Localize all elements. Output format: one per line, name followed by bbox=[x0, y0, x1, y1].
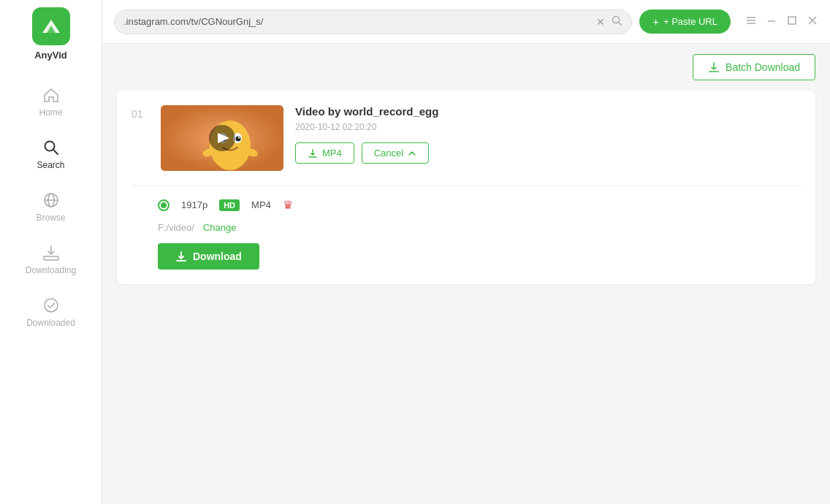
paste-url-label: + Paste URL bbox=[663, 16, 717, 27]
cancel-button[interactable]: Cancel bbox=[362, 142, 429, 164]
main-content: .instagram.com/tv/CGNourGnj_s/ ✕ + + Pas… bbox=[102, 0, 830, 504]
video-info: Video by world_record_egg 2020-10-12 02:… bbox=[295, 105, 801, 164]
quality-format: MP4 bbox=[251, 199, 271, 210]
video-card: 01 bbox=[117, 91, 815, 284]
paste-url-button[interactable]: + + Paste URL bbox=[639, 9, 731, 34]
maximize-button[interactable] bbox=[786, 15, 798, 29]
chevron-up-icon bbox=[408, 149, 416, 158]
minimize-button[interactable] bbox=[766, 15, 777, 29]
search-label: Search bbox=[37, 160, 64, 170]
cancel-label: Cancel bbox=[374, 148, 403, 159]
svg-rect-13 bbox=[788, 17, 796, 24]
svg-line-8 bbox=[619, 22, 622, 25]
video-title: Video by world_record_egg bbox=[295, 105, 801, 118]
content-area: 01 bbox=[102, 91, 830, 504]
home-icon bbox=[42, 85, 61, 104]
browse-label: Browse bbox=[36, 213, 65, 223]
hd-badge: HD bbox=[219, 199, 240, 211]
download-label: Download bbox=[193, 251, 242, 262]
quality-radio[interactable] bbox=[158, 199, 170, 211]
url-search-icon bbox=[611, 15, 622, 29]
svg-point-6 bbox=[45, 299, 58, 312]
app-logo bbox=[32, 7, 70, 45]
home-label: Home bbox=[39, 107, 62, 118]
video-number: 01 bbox=[132, 105, 149, 120]
paste-plus-icon: + bbox=[652, 15, 659, 28]
mp4-download-icon bbox=[308, 148, 318, 159]
mp4-label: MP4 bbox=[322, 148, 342, 159]
sidebar-item-home[interactable]: Home bbox=[0, 75, 102, 128]
sidebar-item-downloading[interactable]: Downloading bbox=[0, 233, 102, 286]
quality-row: 1917p HD MP4 ♛ bbox=[132, 198, 801, 212]
url-bar: .instagram.com/tv/CGNourGnj_s/ ✕ bbox=[114, 9, 632, 34]
downloaded-icon bbox=[42, 296, 61, 315]
window-controls bbox=[745, 15, 818, 29]
radio-inner bbox=[161, 202, 167, 208]
download-icon bbox=[175, 251, 187, 262]
video-date: 2020-10-12 02:20:20 bbox=[295, 122, 801, 132]
video-thumbnail[interactable] bbox=[161, 105, 283, 171]
svg-point-22 bbox=[236, 137, 241, 142]
titlebar: .instagram.com/tv/CGNourGnj_s/ ✕ + + Pas… bbox=[102, 0, 830, 44]
download-row: Download bbox=[132, 243, 801, 270]
svg-rect-5 bbox=[44, 256, 58, 260]
close-button[interactable] bbox=[807, 15, 818, 29]
app-name: AnyVid bbox=[34, 50, 67, 61]
path-row: F:/video/ Change bbox=[132, 222, 801, 233]
mp4-button[interactable]: MP4 bbox=[295, 142, 354, 164]
downloaded-label: Downloaded bbox=[26, 318, 75, 328]
downloading-icon bbox=[42, 243, 61, 262]
batch-download-icon bbox=[708, 61, 720, 73]
url-text: .instagram.com/tv/CGNourGnj_s/ bbox=[123, 16, 590, 27]
sidebar-item-search[interactable]: Search bbox=[0, 128, 102, 180]
video-header: 01 bbox=[132, 105, 801, 171]
browse-icon bbox=[42, 191, 61, 210]
crown-icon: ♛ bbox=[283, 198, 293, 212]
batch-download-button[interactable]: Batch Download bbox=[693, 54, 815, 80]
downloading-label: Downloading bbox=[26, 265, 76, 275]
save-path: F:/video/ bbox=[158, 222, 194, 233]
card-divider bbox=[132, 186, 801, 186]
sidebar: AnyVid Home Search Browse Downloading bbox=[0, 0, 102, 504]
svg-line-1 bbox=[53, 150, 58, 154]
batch-area: Batch Download bbox=[102, 44, 830, 91]
sidebar-item-browse[interactable]: Browse bbox=[0, 180, 102, 233]
menu-button[interactable] bbox=[745, 15, 757, 29]
quality-resolution: 1917p bbox=[181, 199, 208, 210]
change-path-button[interactable]: Change bbox=[203, 222, 237, 233]
svg-point-24 bbox=[238, 137, 240, 138]
sidebar-item-downloaded[interactable]: Downloaded bbox=[0, 286, 102, 338]
logo-area: AnyVid bbox=[32, 7, 70, 61]
action-row: MP4 Cancel bbox=[295, 142, 801, 164]
search-icon bbox=[42, 138, 61, 157]
url-clear-button[interactable]: ✕ bbox=[596, 17, 605, 27]
batch-download-label: Batch Download bbox=[726, 61, 800, 73]
download-button[interactable]: Download bbox=[158, 243, 259, 270]
thumbnail-image bbox=[161, 105, 283, 171]
